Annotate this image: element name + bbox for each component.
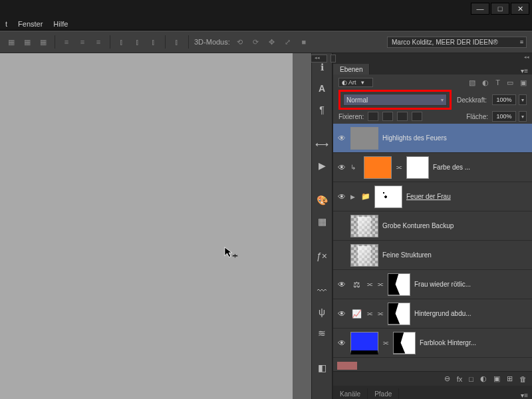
3d-icon[interactable]: ✥ xyxy=(266,36,278,48)
filter-pixel-icon[interactable]: ▧ xyxy=(469,78,475,87)
layer-thumbnail[interactable] xyxy=(350,127,378,150)
distribute-icon[interactable]: ⫿ xyxy=(171,36,183,48)
layers-icon[interactable]: ◧ xyxy=(315,362,329,374)
3d-icon[interactable]: ■ xyxy=(298,36,310,48)
new-layer-icon[interactable]: ⊞ xyxy=(507,374,513,383)
layer-name-label[interactable]: Frau wieder rötlic... xyxy=(414,281,528,288)
3d-icon[interactable]: ⟳ xyxy=(250,36,262,48)
document-canvas[interactable] xyxy=(0,53,293,399)
visibility-eye-icon[interactable]: 👁 xyxy=(337,338,346,348)
layer-thumbnail[interactable] xyxy=(350,332,378,354)
tab-pfade[interactable]: Pfade xyxy=(368,388,399,399)
layer-name-label[interactable]: Hintergrund abdu... xyxy=(414,310,528,317)
visibility-eye-icon[interactable]: 👁 xyxy=(337,280,346,289)
paragraph-icon[interactable]: ¶ xyxy=(315,104,329,116)
layer-mask-thumbnail[interactable] xyxy=(406,156,429,179)
window-close-button[interactable]: ✕ xyxy=(511,3,529,15)
layer-row[interactable]: 👁⫘Farblook Hintergr... xyxy=(333,329,532,358)
lock-position-icon[interactable] xyxy=(397,112,408,121)
layer-mask-thumbnail[interactable] xyxy=(388,273,410,296)
layers-list[interactable]: 👁Highlights des Feuers👁↳⫘Farbe des ...👁▶… xyxy=(333,124,532,360)
distribute-icon[interactable]: ⫿ xyxy=(148,36,160,48)
layer-row[interactable]: 👁📈⫘⫘Hintergrund abdu... xyxy=(333,299,532,329)
fx-icon[interactable]: fx xyxy=(457,375,463,383)
layer-thumbnail[interactable] xyxy=(374,186,402,208)
group-icon[interactable]: ▣ xyxy=(493,374,500,383)
info-icon[interactable]: ℹ xyxy=(315,61,329,73)
layer-row[interactable]: 👁Feine Strukturen xyxy=(333,241,532,270)
layer-row[interactable]: 👁▶📁Feuer der Frau xyxy=(333,182,532,211)
layer-row[interactable]: 👁⚖⫘⫘Frau wieder rötlic... xyxy=(333,270,532,299)
lock-transparency-icon[interactable] xyxy=(368,112,378,121)
brush-settings-icon[interactable]: ψ xyxy=(315,306,329,318)
expand-icon[interactable]: ▶ xyxy=(350,194,357,200)
panel-collapse-icon[interactable] xyxy=(331,55,336,63)
visibility-eye-icon[interactable]: 👁 xyxy=(337,192,346,201)
filter-text-icon[interactable]: T xyxy=(495,78,500,87)
fill-stepper[interactable]: ▾ xyxy=(519,111,527,122)
distribute-icon[interactable]: ≡ xyxy=(61,36,72,48)
3d-icon[interactable]: ⤢ xyxy=(282,36,294,48)
tab-ebenen[interactable]: Ebenen xyxy=(333,64,370,74)
window-minimize-button[interactable]: — xyxy=(471,3,489,15)
layer-name-label[interactable]: Highlights des Feuers xyxy=(382,134,528,142)
distribute-icon[interactable]: ⫿ xyxy=(116,36,128,48)
distribute-icon[interactable]: ≡ xyxy=(76,36,88,48)
layer-thumbnail[interactable] xyxy=(350,215,378,237)
adjustment-icon[interactable]: ◐ xyxy=(480,374,487,383)
layer-thumbnail[interactable] xyxy=(364,156,392,179)
layer-row[interactable]: 👁↳⫘Farbe des ... xyxy=(333,153,532,182)
grid-icon[interactable]: ▦ xyxy=(315,215,329,227)
distribute-icon[interactable]: ≡ xyxy=(92,36,104,48)
lock-pixels-icon[interactable] xyxy=(382,112,393,121)
adjustments-icon[interactable]: ⟷ xyxy=(315,138,329,150)
visibility-eye-icon[interactable]: 👁 xyxy=(337,251,346,260)
layer-name-label[interactable]: Grobe Konturen Backup xyxy=(382,222,528,229)
canvas-area[interactable] xyxy=(0,53,311,399)
distribute-icon[interactable]: ⫿ xyxy=(132,36,144,48)
layer-name-label[interactable]: Feine Strukturen xyxy=(382,251,528,259)
workspace-dropdown[interactable]: Marco Kolditz, MEER DER IDEEN® xyxy=(387,37,527,48)
layer-thumbnail[interactable] xyxy=(350,244,378,267)
panel-menu-icon[interactable]: ▾≡ xyxy=(517,392,532,399)
layer-mask-thumbnail[interactable] xyxy=(388,303,410,325)
clone-icon[interactable]: ≋ xyxy=(315,327,329,339)
menu-item-fenster[interactable]: Fenster xyxy=(18,20,43,28)
trash-icon[interactable]: 🗑 xyxy=(519,375,527,383)
filter-smart-icon[interactable]: ▣ xyxy=(520,78,527,87)
layer-row[interactable]: 👁Grobe Konturen Backup xyxy=(333,211,532,241)
collapse-icon[interactable]: ◂◂ xyxy=(524,55,529,60)
fill-input[interactable] xyxy=(492,111,516,122)
layer-row[interactable]: 👁Highlights des Feuers xyxy=(333,124,532,153)
tab-kanale[interactable]: Kanäle xyxy=(333,388,368,399)
align-icon[interactable]: ▦ xyxy=(5,36,17,48)
brush-icon[interactable]: 〰 xyxy=(315,285,329,297)
layer-name-label[interactable]: Farbe des ... xyxy=(433,164,528,171)
visibility-eye-icon[interactable]: 👁 xyxy=(337,309,346,319)
swatches-icon[interactable]: 🎨 xyxy=(315,194,329,206)
opacity-stepper[interactable]: ▾ xyxy=(519,94,527,105)
window-maximize-button[interactable]: □ xyxy=(491,3,509,15)
menu-item[interactable]: t xyxy=(5,20,7,28)
visibility-eye-icon[interactable]: 👁 xyxy=(337,134,346,143)
filter-adjust-icon[interactable]: ◐ xyxy=(482,78,489,87)
blend-mode-dropdown[interactable]: Normal xyxy=(343,94,447,106)
visibility-eye-icon[interactable]: 👁 xyxy=(337,221,346,231)
lock-all-icon[interactable] xyxy=(412,112,422,121)
align-icon[interactable]: ▦ xyxy=(37,36,49,48)
play-icon[interactable]: ▶ xyxy=(315,160,329,172)
panel-menu-icon[interactable]: ▾≡ xyxy=(517,67,532,74)
styles-icon[interactable]: ƒ× xyxy=(315,250,329,262)
align-icon[interactable]: ▦ xyxy=(21,36,33,48)
filter-type-dropdown[interactable]: ◐ Art ▾ xyxy=(338,78,373,87)
link-layers-icon[interactable]: ⊖ xyxy=(444,374,450,383)
menu-item-hilfe[interactable]: Hilfe xyxy=(53,20,68,28)
visibility-eye-icon[interactable]: 👁 xyxy=(337,163,346,172)
opacity-input[interactable] xyxy=(492,94,516,105)
mask-icon[interactable]: □ xyxy=(469,375,473,383)
character-icon[interactable]: A xyxy=(315,82,329,94)
filter-shape-icon[interactable]: ▭ xyxy=(507,78,513,87)
3d-icon[interactable]: ⟲ xyxy=(234,36,246,48)
layer-name-label[interactable]: Feuer der Frau xyxy=(406,193,528,200)
layer-mask-thumbnail[interactable] xyxy=(393,332,416,354)
